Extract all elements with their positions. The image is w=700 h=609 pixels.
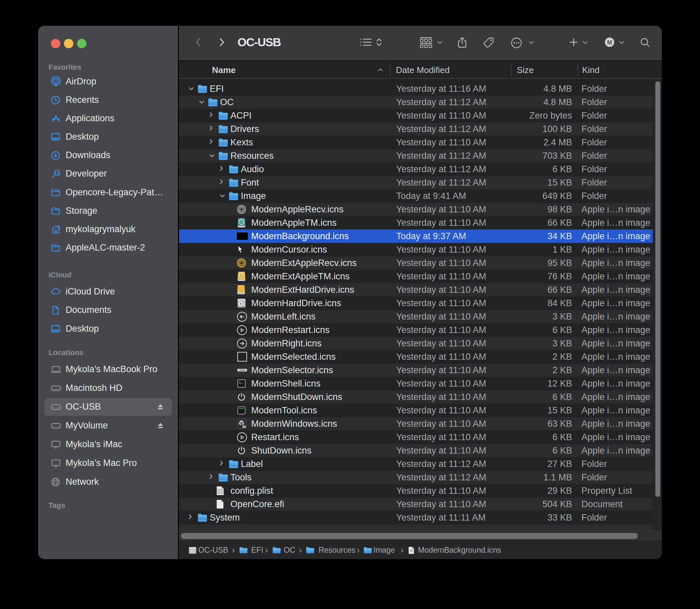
svg-text:M: M bbox=[607, 39, 612, 46]
